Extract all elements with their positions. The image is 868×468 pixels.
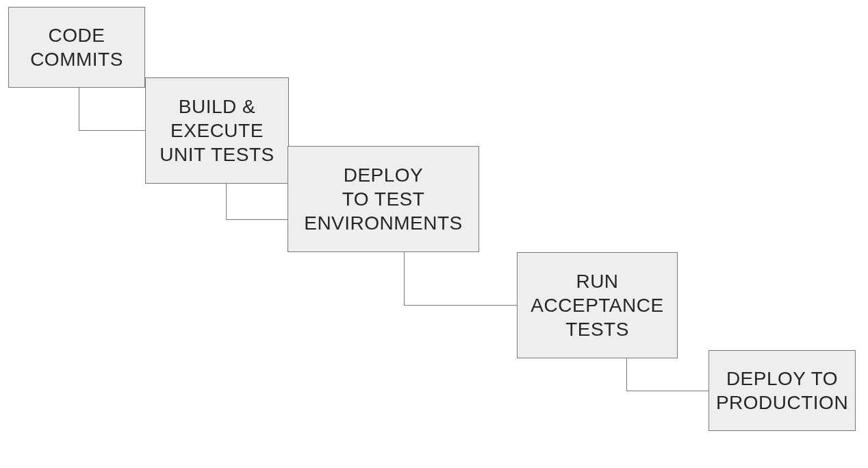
box-deploy-production: DEPLOY TO PRODUCTION xyxy=(709,350,856,431)
box-run-acceptance-tests: RUN ACCEPTANCE TESTS xyxy=(517,252,678,358)
box-build-unit-tests: BUILD & EXECUTE UNIT TESTS xyxy=(145,77,289,184)
box-deploy-test-env: DEPLOY TO TEST ENVIRONMENTS xyxy=(288,146,479,252)
pipeline-diagram: CODE COMMITS BUILD & EXECUTE UNIT TESTS … xyxy=(0,0,868,468)
box-code-commits: CODE COMMITS xyxy=(8,7,145,88)
